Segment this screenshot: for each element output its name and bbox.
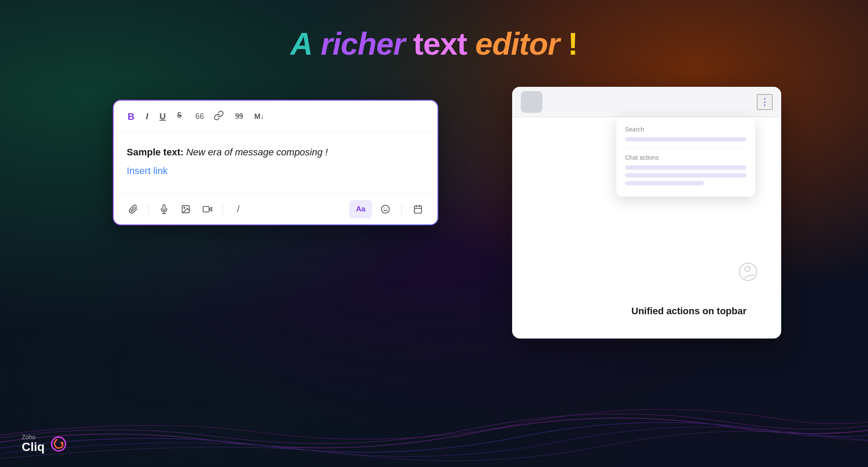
svg-rect-10	[414, 206, 422, 214]
logo: Zoho Cliq	[22, 434, 68, 454]
hero-title: A richer text editor !	[290, 26, 578, 62]
title-exclaim: !	[568, 26, 578, 61]
sample-text: Sample text: New era of message composin…	[127, 145, 424, 159]
toolbar-divider-2	[223, 203, 223, 215]
right-panel: ⋮ Search Chat actions U	[512, 87, 781, 339]
chat-actions-bar-2	[625, 173, 746, 178]
toolbar-divider-1	[148, 203, 149, 215]
underline-button[interactable]: U	[158, 110, 167, 123]
calendar-button[interactable]	[409, 200, 427, 218]
chat-actions-label: Chat actions	[625, 154, 746, 161]
video-button[interactable]	[198, 200, 217, 218]
svg-point-15	[744, 266, 751, 272]
panel-topbar: ⋮	[512, 87, 781, 117]
dropdown-separator-1	[625, 148, 746, 148]
title-word-a: A	[290, 26, 312, 61]
logo-text: Zoho Cliq	[22, 434, 45, 454]
markdown-button[interactable]: M↓	[253, 111, 266, 123]
quote-button[interactable]: 99	[233, 110, 245, 123]
chat-actions-bar-3	[625, 181, 704, 185]
svg-text:S̶: S̶	[177, 112, 182, 119]
panel-avatar	[521, 91, 542, 113]
attach-button[interactable]	[124, 200, 142, 218]
main-content: A richer text editor ! B I U S̶ 66	[0, 0, 868, 467]
logo-zoho: Zoho	[22, 434, 45, 441]
search-bar-1	[625, 137, 746, 141]
mic-button[interactable]	[155, 200, 173, 218]
editor-bottom-toolbar: / Aa	[114, 194, 437, 224]
title-word-text: text	[413, 26, 467, 61]
sample-text-italic: New era of message composing !	[186, 147, 328, 158]
cursor-icon	[735, 259, 763, 289]
italic-button[interactable]: I	[144, 110, 150, 123]
svg-rect-6	[203, 207, 209, 212]
svg-point-17	[61, 442, 63, 444]
unified-actions-label: Unified actions on topbar	[631, 306, 746, 317]
font-button[interactable]: Aa	[349, 200, 372, 218]
bottom-toolbar-right: Aa	[349, 200, 427, 218]
svg-point-16	[52, 437, 66, 451]
search-label: Search	[625, 126, 746, 133]
title-word-richer: richer	[321, 26, 405, 61]
font-size-number: 66	[195, 112, 204, 121]
svg-point-7	[381, 205, 389, 213]
title-word-editor: editor	[475, 26, 559, 61]
image-button[interactable]	[177, 200, 195, 218]
slash-command-button[interactable]: /	[229, 200, 247, 218]
more-options-button[interactable]: ⋮	[757, 94, 773, 110]
chat-actions-bar-1	[625, 165, 746, 170]
bold-button[interactable]: B	[126, 109, 136, 124]
insert-link[interactable]: Insert link	[127, 165, 168, 176]
sample-text-bold: Sample text:	[127, 147, 184, 158]
dropdown-menu: Search Chat actions	[616, 117, 755, 197]
cards-area: B I U S̶ 66 99 M↓ Sample text:	[87, 87, 781, 398]
editor-card: B I U S̶ 66 99 M↓ Sample text:	[113, 100, 438, 225]
svg-point-4	[184, 207, 185, 208]
svg-marker-5	[209, 207, 212, 211]
toolbar-divider-3	[401, 203, 402, 215]
bottom-toolbar-left: /	[124, 200, 247, 218]
editor-body: Sample text: New era of message composin…	[114, 133, 437, 194]
cliq-logo-icon	[49, 434, 68, 454]
emoji-button[interactable]	[376, 200, 395, 218]
logo-cliq: Cliq	[22, 441, 45, 454]
strikethrough-button[interactable]: S̶	[175, 109, 187, 124]
link-button[interactable]	[212, 109, 226, 125]
editor-toolbar: B I U S̶ 66 99 M↓	[114, 101, 437, 133]
